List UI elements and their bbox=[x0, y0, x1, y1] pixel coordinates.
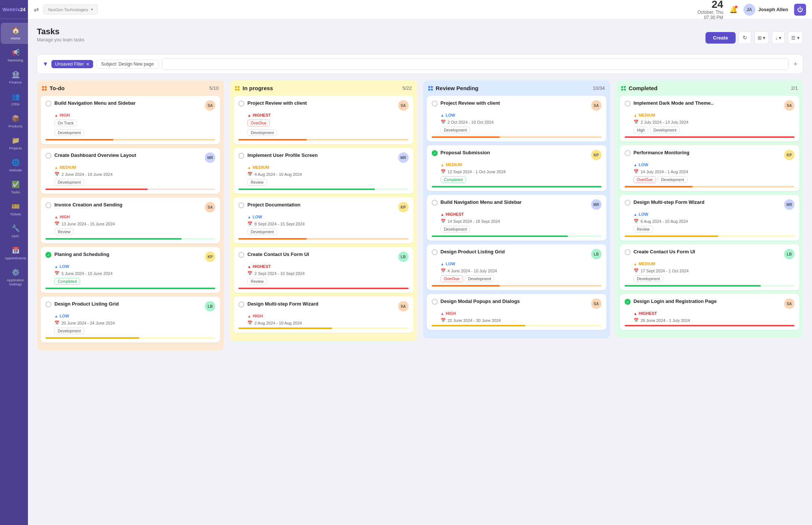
task-checkbox[interactable] bbox=[625, 150, 631, 156]
task-checkbox[interactable] bbox=[238, 101, 244, 107]
sidebar-icon: 🔧 bbox=[12, 224, 20, 233]
task-avatar: SA bbox=[591, 298, 602, 309]
date-text: 2 June 2024 - 10 June 2024 bbox=[61, 172, 112, 177]
switch-icon[interactable]: ⇄ bbox=[34, 6, 39, 13]
task-card: Build Navigation Menu and Sidebar SA ▲ H… bbox=[41, 96, 220, 144]
priority-icon: ▲ bbox=[54, 265, 58, 269]
grid-view-button[interactable]: ⊞ ▾ bbox=[754, 31, 769, 44]
unsaved-filter-label: Unsaved Filter bbox=[55, 61, 84, 67]
topbar-date: 24 October, Thu 07.30 PM bbox=[697, 0, 723, 20]
task-avatar: KP bbox=[784, 150, 794, 160]
task-date: 📅 20 June 2024 - 24 June 2024 bbox=[54, 320, 215, 325]
task-checkbox[interactable] bbox=[625, 200, 631, 206]
unsaved-filter-tag[interactable]: Unsaved Filter ✕ bbox=[51, 60, 93, 68]
task-tags: Review bbox=[247, 179, 408, 186]
task-checkbox[interactable] bbox=[238, 153, 244, 159]
sidebar-item-application-settings[interactable]: ⚙️ Application Settings bbox=[1, 265, 28, 290]
subject-filter[interactable]: Subject: Design New page bbox=[96, 60, 158, 69]
download-button[interactable]: ↓ ▾ bbox=[772, 31, 785, 44]
col-cards: Build Navigation Menu and Sidebar SA ▲ H… bbox=[41, 96, 220, 342]
refresh-button[interactable]: ↻ bbox=[739, 31, 751, 44]
task-card: Create Dashboard Overview Layout MR ▲ ME… bbox=[41, 148, 220, 194]
sidebar: Webtrix24 🏠 Home 📢 Marketing 🏦 Finance 👥… bbox=[0, 0, 28, 525]
task-tag: Completed bbox=[441, 176, 466, 183]
task-checkbox[interactable] bbox=[238, 202, 244, 208]
task-checkbox[interactable]: ✓ bbox=[45, 252, 51, 258]
task-card-header: Design Product Listing Grid LB bbox=[432, 249, 602, 259]
col-dots bbox=[235, 86, 240, 91]
col-header: In progress 5/22 bbox=[234, 85, 413, 91]
list-view-button[interactable]: ☰ ▾ bbox=[788, 31, 803, 44]
priority-label: HIGH bbox=[60, 215, 70, 219]
filter-icon[interactable]: ▼ bbox=[42, 61, 48, 67]
task-checkbox[interactable]: ✓ bbox=[432, 150, 438, 156]
priority-label: LOW bbox=[445, 262, 455, 266]
task-checkbox[interactable] bbox=[238, 301, 244, 307]
sidebar-item-products[interactable]: 📦 Products bbox=[1, 111, 28, 132]
task-tag: Development bbox=[247, 228, 277, 235]
sidebar-item-finance[interactable]: 🏦 Finance bbox=[1, 67, 28, 88]
task-card-header: ✓ Proposal Submission KP bbox=[432, 150, 602, 160]
task-avatar: KP bbox=[205, 252, 215, 262]
calendar-icon: 📅 bbox=[54, 221, 60, 226]
task-tags: Review bbox=[247, 278, 408, 285]
task-checkbox[interactable] bbox=[432, 101, 438, 107]
org-selector[interactable]: NexGen Technologies ▾ bbox=[43, 4, 98, 15]
task-card: Project Review with client SA ▲ LOW 📅 2 … bbox=[427, 96, 606, 142]
col-cards: Project Review with client SA ▲ LOW 📅 2 … bbox=[427, 96, 606, 330]
notification-bell[interactable]: 🔔 bbox=[729, 6, 738, 14]
filter-add-icon[interactable]: + bbox=[793, 60, 797, 68]
task-checkbox[interactable] bbox=[45, 153, 51, 159]
priority-icon: ▲ bbox=[441, 113, 444, 117]
user-profile[interactable]: JA Joseph Allen bbox=[743, 4, 788, 16]
sidebar-item-crm[interactable]: 👥 CRM bbox=[1, 89, 28, 110]
task-checkbox[interactable] bbox=[625, 249, 631, 255]
sidebar-item-amc[interactable]: 🔧 AMC bbox=[1, 221, 28, 242]
sidebar-item-projects[interactable]: 📁 Projects bbox=[1, 133, 28, 154]
task-checkbox[interactable] bbox=[238, 252, 244, 258]
col-count: 5/22 bbox=[402, 85, 412, 91]
power-button[interactable]: ⏻ bbox=[794, 4, 806, 16]
sidebar-icon: 📦 bbox=[12, 114, 20, 123]
calendar-icon: 📅 bbox=[441, 219, 446, 224]
sidebar-item-home[interactable]: 🏠 Home bbox=[1, 23, 28, 44]
task-checkbox[interactable] bbox=[45, 101, 51, 107]
create-button[interactable]: Create bbox=[705, 32, 735, 44]
sidebar-item-website[interactable]: 🌐 Website bbox=[1, 155, 28, 176]
filter-input[interactable] bbox=[162, 58, 789, 70]
task-card-header: Project Review with client SA bbox=[238, 100, 408, 111]
sidebar-icon: 🏦 bbox=[12, 70, 20, 79]
task-checkbox[interactable] bbox=[45, 301, 51, 307]
priority-icon: ▲ bbox=[634, 212, 637, 216]
task-priority: ▲ MEDIUM bbox=[634, 262, 794, 266]
task-card-header: Create Contact Us Form UI LB bbox=[238, 252, 408, 262]
sidebar-item-tasks[interactable]: ✅ Tasks bbox=[1, 177, 28, 198]
col-dots bbox=[621, 86, 626, 91]
task-tags: Development bbox=[247, 129, 408, 136]
main-area: ⇄ NexGen Technologies ▾ 24 October, Thu … bbox=[28, 0, 812, 525]
date-text: 26 June 2024 - 1 July 2024 bbox=[641, 318, 690, 323]
task-checkbox[interactable] bbox=[432, 200, 438, 206]
task-tags: HighDevelopment bbox=[634, 127, 794, 133]
task-title: Build Navigation Menu and Sidebar bbox=[441, 199, 588, 206]
task-tags: Review bbox=[54, 228, 215, 235]
sidebar-item-appointments[interactable]: 📅 Appointments bbox=[1, 243, 28, 264]
task-avatar: SA bbox=[784, 100, 794, 111]
task-checkbox[interactable] bbox=[432, 249, 438, 255]
task-title: Design Product Listing Grid bbox=[441, 249, 588, 255]
task-checkbox[interactable] bbox=[45, 202, 51, 208]
task-progress bbox=[238, 328, 408, 329]
task-checkbox[interactable] bbox=[432, 299, 438, 305]
sidebar-item-tickets[interactable]: 🎫 Tickets bbox=[1, 199, 28, 220]
task-date: 📅 13 June 2024 - 15 June 2024 bbox=[54, 221, 215, 226]
task-checkbox[interactable] bbox=[625, 101, 631, 107]
task-card: Project Review with client SA ▲ HIGHEST … bbox=[234, 96, 413, 144]
sidebar-item-marketing[interactable]: 📢 Marketing bbox=[1, 45, 28, 66]
task-checkbox[interactable]: ✓ bbox=[625, 299, 631, 305]
task-progress bbox=[432, 285, 602, 287]
filter-close-icon[interactable]: ✕ bbox=[86, 62, 89, 67]
col-header: To-do 5/10 bbox=[41, 85, 220, 91]
task-progress bbox=[625, 186, 794, 187]
priority-icon: ▲ bbox=[54, 165, 58, 170]
task-date-area: On Track bbox=[54, 120, 215, 126]
